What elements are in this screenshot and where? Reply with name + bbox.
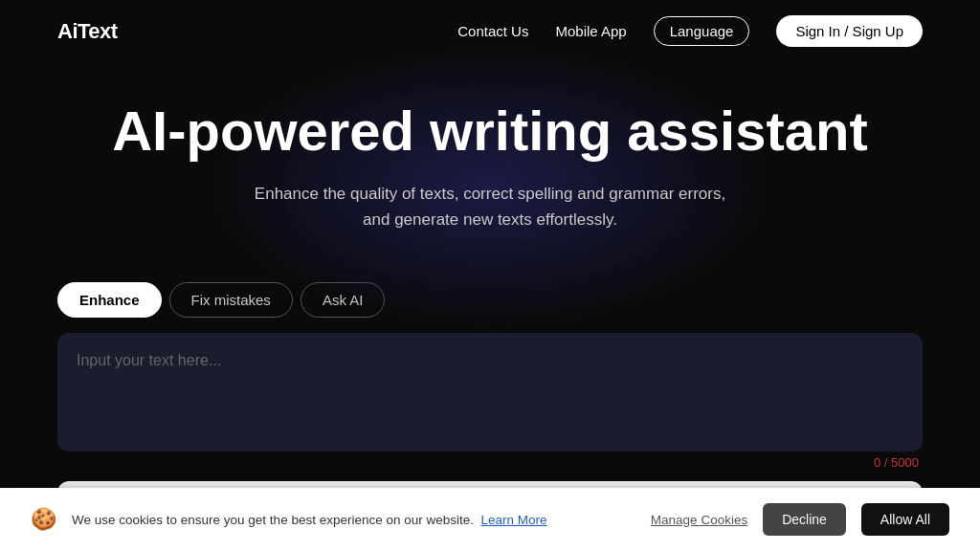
cookie-text: We use cookies to ensure you get the bes… <box>72 513 635 527</box>
text-input-wrapper <box>57 333 923 452</box>
learn-more-link[interactable]: Learn More <box>481 513 547 527</box>
hero-subtitle: Enhance the quality of texts, correct sp… <box>241 181 739 232</box>
char-count: 0 / 5000 <box>57 455 923 470</box>
logo: AiText <box>57 19 118 44</box>
contact-us-link[interactable]: Contact Us <box>457 23 528 39</box>
manage-cookies-link[interactable]: Manage Cookies <box>651 513 747 527</box>
cookie-message: We use cookies to ensure you get the bes… <box>72 513 474 527</box>
tab-fix-mistakes[interactable]: Fix mistakes <box>169 282 293 318</box>
allow-all-button[interactable]: Allow All <box>861 503 949 536</box>
tab-ask-ai[interactable]: Ask AI <box>301 282 386 318</box>
hero-section: AI-powered writing assistant Enhance the… <box>0 62 980 282</box>
hero-title: AI-powered writing assistant <box>57 100 923 162</box>
navbar: AiText Contact Us Mobile App Language Si… <box>0 0 980 62</box>
decline-button[interactable]: Decline <box>763 503 846 536</box>
tab-group: Enhance Fix mistakes Ask AI <box>57 282 923 318</box>
signin-button[interactable]: Sign In / Sign Up <box>776 15 923 47</box>
language-button[interactable]: Language <box>654 16 750 46</box>
cookie-icon: 🍪 <box>31 507 56 532</box>
text-input[interactable] <box>77 352 903 429</box>
cookie-banner: 🍪 We use cookies to ensure you get the b… <box>0 488 980 551</box>
tab-enhance[interactable]: Enhance <box>57 282 162 318</box>
nav-links: Contact Us Mobile App Language Sign In /… <box>457 15 923 47</box>
mobile-app-link[interactable]: Mobile App <box>555 23 626 39</box>
